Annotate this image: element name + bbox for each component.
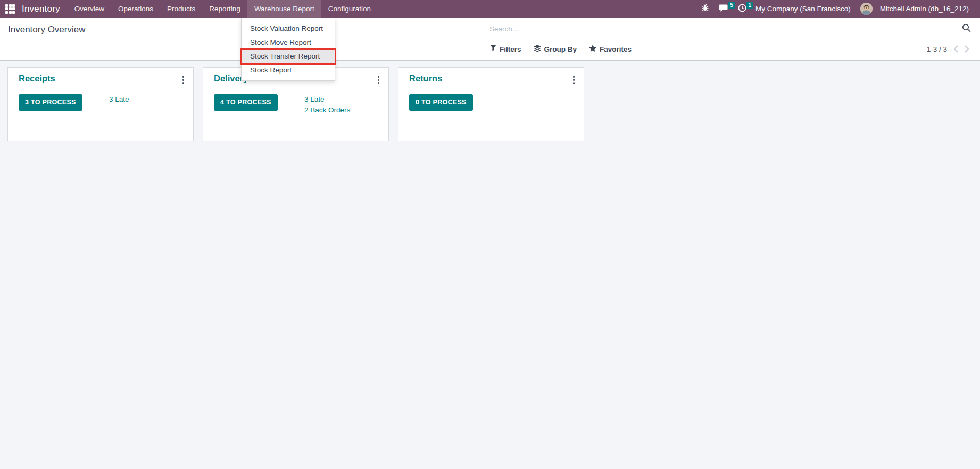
top-navbar: Inventory Overview Operations Products R… [0,0,980,18]
pager: 1-3 / 3 [927,41,969,57]
filter-funnel-icon [490,45,496,53]
to-process-button[interactable]: 3 TO PROCESS [19,94,82,111]
kebab-menu-icon[interactable] [571,74,577,86]
pager-next-button[interactable] [965,45,969,53]
favorites-label: Favorites [600,45,632,53]
systray: 5 1 My Company (San Francisco) [696,0,980,18]
app-name[interactable]: Inventory [20,0,68,18]
dropdown-item-stock-move-report[interactable]: Stock Move Report [242,36,335,50]
card-receipts: Receipts 3 TO PROCESS 3 Late [7,67,194,141]
user-avatar[interactable] [860,3,873,15]
navbar-spacer [378,0,696,18]
bug-icon [701,4,709,14]
search-facets: Filters Group By Favorit [490,41,632,57]
card-returns: Returns 0 TO PROCESS [398,67,584,141]
menu-item-warehouse-report[interactable]: Warehouse Report [247,0,321,18]
group-by-button[interactable]: Group By [534,45,577,54]
card-title[interactable]: Returns [409,73,442,84]
inventory-overview-page: Inventory Overview Operations Products R… [0,0,980,469]
apps-menu-button[interactable] [0,0,20,18]
activities-button[interactable]: 1 [733,0,751,18]
user-menu[interactable]: Mitchell Admin (db_16_212) [876,5,973,13]
kebab-menu-icon[interactable] [181,74,186,86]
menu-item-reporting[interactable]: Reporting [202,0,247,18]
menu-item-operations[interactable]: Operations [111,0,160,18]
menu-item-configuration[interactable]: Configuration [321,0,378,18]
dropdown-item-stock-report[interactable]: Stock Report [242,63,335,77]
card-title[interactable]: Receipts [19,73,55,84]
search-icon[interactable] [962,23,971,35]
late-link[interactable]: 3 Late [109,95,129,103]
layers-icon [534,45,541,54]
control-panel: Inventory Overview Filters [0,18,980,61]
filters-button[interactable]: Filters [490,45,521,53]
dropdown-item-stock-transfer-report[interactable]: Stock Transfer Report [242,50,335,63]
card-links: 3 Late [109,95,129,103]
debug-button[interactable] [696,0,714,18]
chat-bubble-icon [719,4,728,14]
filters-label: Filters [500,45,521,53]
kebab-menu-icon[interactable] [376,74,381,86]
search-input[interactable] [489,22,958,36]
pager-previous-button[interactable] [953,45,958,53]
company-selector[interactable]: My Company (San Francisco) [751,5,855,13]
to-process-button[interactable]: 4 TO PROCESS [214,94,278,111]
clock-icon [738,4,746,14]
favorites-button[interactable]: Favorites [589,45,632,53]
kanban-content: Receipts 3 TO PROCESS 3 Late Delivery Or… [0,61,980,469]
activities-count-badge: 1 [746,2,753,9]
group-by-label: Group By [544,45,577,53]
messages-button[interactable]: 5 [714,0,733,18]
menu-item-products[interactable]: Products [160,0,202,18]
pager-value[interactable]: 1-3 / 3 [927,45,947,53]
main-menu: Overview Operations Products Reporting W… [68,0,378,18]
page-title: Inventory Overview [8,24,86,35]
back-orders-link[interactable]: 2 Back Orders [304,106,350,114]
star-icon [589,45,596,53]
dropdown-item-stock-valuation-report[interactable]: Stock Valuation Report [242,22,335,36]
cards-row: Receipts 3 TO PROCESS 3 Late Delivery Or… [0,61,980,141]
warehouse-report-dropdown: Stock Valuation Report Stock Move Report… [241,18,335,81]
search-underline [489,36,976,36]
card-links: 3 Late 2 Back Orders [304,95,350,114]
to-process-button[interactable]: 0 TO PROCESS [409,94,473,111]
apps-grid-icon [5,4,15,14]
late-link[interactable]: 3 Late [304,95,350,103]
menu-item-overview[interactable]: Overview [68,0,111,18]
